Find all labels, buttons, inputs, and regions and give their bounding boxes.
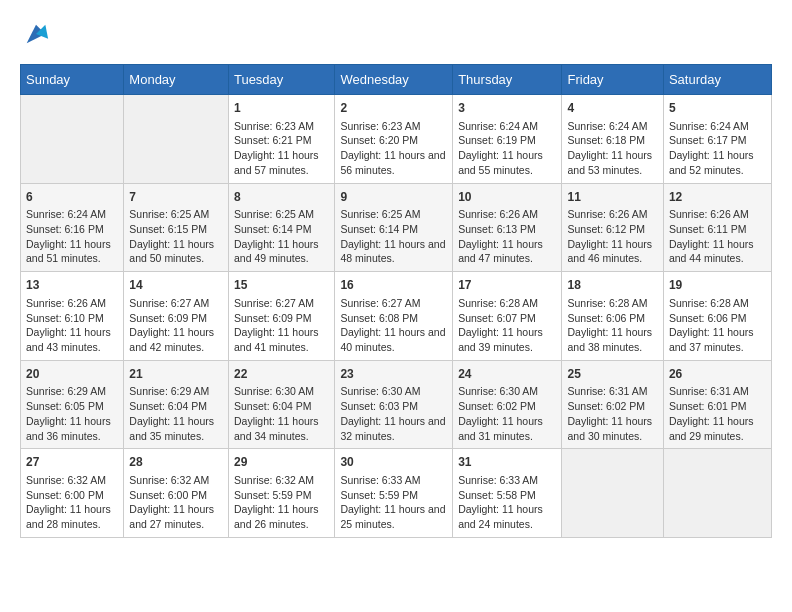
header-friday: Friday [562,65,663,95]
day-info: Sunrise: 6:26 AMSunset: 6:10 PMDaylight:… [26,296,118,355]
calendar-cell: 30Sunrise: 6:33 AMSunset: 5:59 PMDayligh… [335,449,453,538]
calendar-week-row: 6Sunrise: 6:24 AMSunset: 6:16 PMDaylight… [21,183,772,272]
day-info: Sunrise: 6:24 AMSunset: 6:17 PMDaylight:… [669,119,766,178]
day-number: 11 [567,189,657,206]
calendar-cell: 15Sunrise: 6:27 AMSunset: 6:09 PMDayligh… [228,272,334,361]
page-header [20,20,772,48]
day-info: Sunrise: 6:33 AMSunset: 5:59 PMDaylight:… [340,473,447,532]
calendar-cell: 9Sunrise: 6:25 AMSunset: 6:14 PMDaylight… [335,183,453,272]
day-number: 29 [234,454,329,471]
day-info: Sunrise: 6:25 AMSunset: 6:14 PMDaylight:… [340,207,447,266]
day-number: 12 [669,189,766,206]
day-number: 5 [669,100,766,117]
day-number: 26 [669,366,766,383]
calendar-cell: 11Sunrise: 6:26 AMSunset: 6:12 PMDayligh… [562,183,663,272]
calendar-cell: 7Sunrise: 6:25 AMSunset: 6:15 PMDaylight… [124,183,229,272]
day-number: 18 [567,277,657,294]
day-info: Sunrise: 6:24 AMSunset: 6:16 PMDaylight:… [26,207,118,266]
logo [20,20,50,48]
day-number: 14 [129,277,223,294]
day-info: Sunrise: 6:30 AMSunset: 6:02 PMDaylight:… [458,384,556,443]
calendar-cell: 12Sunrise: 6:26 AMSunset: 6:11 PMDayligh… [663,183,771,272]
calendar-cell: 28Sunrise: 6:32 AMSunset: 6:00 PMDayligh… [124,449,229,538]
calendar-cell [21,95,124,184]
day-number: 8 [234,189,329,206]
day-number: 19 [669,277,766,294]
header-wednesday: Wednesday [335,65,453,95]
calendar-cell: 25Sunrise: 6:31 AMSunset: 6:02 PMDayligh… [562,360,663,449]
calendar-cell: 16Sunrise: 6:27 AMSunset: 6:08 PMDayligh… [335,272,453,361]
day-number: 22 [234,366,329,383]
calendar-cell: 20Sunrise: 6:29 AMSunset: 6:05 PMDayligh… [21,360,124,449]
calendar-cell: 10Sunrise: 6:26 AMSunset: 6:13 PMDayligh… [453,183,562,272]
calendar-cell: 31Sunrise: 6:33 AMSunset: 5:58 PMDayligh… [453,449,562,538]
day-info: Sunrise: 6:32 AMSunset: 6:00 PMDaylight:… [129,473,223,532]
day-number: 3 [458,100,556,117]
calendar-cell: 4Sunrise: 6:24 AMSunset: 6:18 PMDaylight… [562,95,663,184]
header-saturday: Saturday [663,65,771,95]
day-info: Sunrise: 6:23 AMSunset: 6:20 PMDaylight:… [340,119,447,178]
day-number: 13 [26,277,118,294]
day-number: 25 [567,366,657,383]
day-number: 20 [26,366,118,383]
day-info: Sunrise: 6:29 AMSunset: 6:05 PMDaylight:… [26,384,118,443]
calendar-week-row: 1Sunrise: 6:23 AMSunset: 6:21 PMDaylight… [21,95,772,184]
header-tuesday: Tuesday [228,65,334,95]
calendar-cell: 23Sunrise: 6:30 AMSunset: 6:03 PMDayligh… [335,360,453,449]
day-number: 28 [129,454,223,471]
calendar-cell: 2Sunrise: 6:23 AMSunset: 6:20 PMDaylight… [335,95,453,184]
day-info: Sunrise: 6:26 AMSunset: 6:11 PMDaylight:… [669,207,766,266]
day-info: Sunrise: 6:23 AMSunset: 6:21 PMDaylight:… [234,119,329,178]
day-info: Sunrise: 6:31 AMSunset: 6:02 PMDaylight:… [567,384,657,443]
header-monday: Monday [124,65,229,95]
day-info: Sunrise: 6:30 AMSunset: 6:04 PMDaylight:… [234,384,329,443]
calendar-cell: 19Sunrise: 6:28 AMSunset: 6:06 PMDayligh… [663,272,771,361]
calendar-cell: 24Sunrise: 6:30 AMSunset: 6:02 PMDayligh… [453,360,562,449]
calendar-week-row: 20Sunrise: 6:29 AMSunset: 6:05 PMDayligh… [21,360,772,449]
day-number: 9 [340,189,447,206]
calendar-cell: 3Sunrise: 6:24 AMSunset: 6:19 PMDaylight… [453,95,562,184]
day-number: 21 [129,366,223,383]
day-number: 15 [234,277,329,294]
calendar-header-row: SundayMondayTuesdayWednesdayThursdayFrid… [21,65,772,95]
day-number: 17 [458,277,556,294]
day-info: Sunrise: 6:27 AMSunset: 6:09 PMDaylight:… [234,296,329,355]
header-sunday: Sunday [21,65,124,95]
header-thursday: Thursday [453,65,562,95]
calendar-table: SundayMondayTuesdayWednesdayThursdayFrid… [20,64,772,538]
calendar-cell: 21Sunrise: 6:29 AMSunset: 6:04 PMDayligh… [124,360,229,449]
day-info: Sunrise: 6:24 AMSunset: 6:18 PMDaylight:… [567,119,657,178]
calendar-cell: 18Sunrise: 6:28 AMSunset: 6:06 PMDayligh… [562,272,663,361]
calendar-cell: 6Sunrise: 6:24 AMSunset: 6:16 PMDaylight… [21,183,124,272]
calendar-cell: 27Sunrise: 6:32 AMSunset: 6:00 PMDayligh… [21,449,124,538]
day-info: Sunrise: 6:26 AMSunset: 6:13 PMDaylight:… [458,207,556,266]
calendar-cell: 17Sunrise: 6:28 AMSunset: 6:07 PMDayligh… [453,272,562,361]
day-info: Sunrise: 6:32 AMSunset: 5:59 PMDaylight:… [234,473,329,532]
day-number: 6 [26,189,118,206]
day-number: 16 [340,277,447,294]
day-number: 23 [340,366,447,383]
day-number: 4 [567,100,657,117]
day-info: Sunrise: 6:31 AMSunset: 6:01 PMDaylight:… [669,384,766,443]
calendar-cell [663,449,771,538]
day-info: Sunrise: 6:24 AMSunset: 6:19 PMDaylight:… [458,119,556,178]
day-info: Sunrise: 6:30 AMSunset: 6:03 PMDaylight:… [340,384,447,443]
calendar-cell: 22Sunrise: 6:30 AMSunset: 6:04 PMDayligh… [228,360,334,449]
day-info: Sunrise: 6:26 AMSunset: 6:12 PMDaylight:… [567,207,657,266]
day-info: Sunrise: 6:28 AMSunset: 6:06 PMDaylight:… [567,296,657,355]
day-info: Sunrise: 6:28 AMSunset: 6:07 PMDaylight:… [458,296,556,355]
day-number: 7 [129,189,223,206]
day-info: Sunrise: 6:25 AMSunset: 6:15 PMDaylight:… [129,207,223,266]
calendar-week-row: 13Sunrise: 6:26 AMSunset: 6:10 PMDayligh… [21,272,772,361]
calendar-cell: 29Sunrise: 6:32 AMSunset: 5:59 PMDayligh… [228,449,334,538]
calendar-cell: 8Sunrise: 6:25 AMSunset: 6:14 PMDaylight… [228,183,334,272]
day-number: 31 [458,454,556,471]
calendar-cell: 13Sunrise: 6:26 AMSunset: 6:10 PMDayligh… [21,272,124,361]
day-number: 1 [234,100,329,117]
logo-icon [22,20,50,48]
calendar-cell: 26Sunrise: 6:31 AMSunset: 6:01 PMDayligh… [663,360,771,449]
day-info: Sunrise: 6:28 AMSunset: 6:06 PMDaylight:… [669,296,766,355]
calendar-cell: 14Sunrise: 6:27 AMSunset: 6:09 PMDayligh… [124,272,229,361]
day-info: Sunrise: 6:27 AMSunset: 6:09 PMDaylight:… [129,296,223,355]
calendar-cell [562,449,663,538]
